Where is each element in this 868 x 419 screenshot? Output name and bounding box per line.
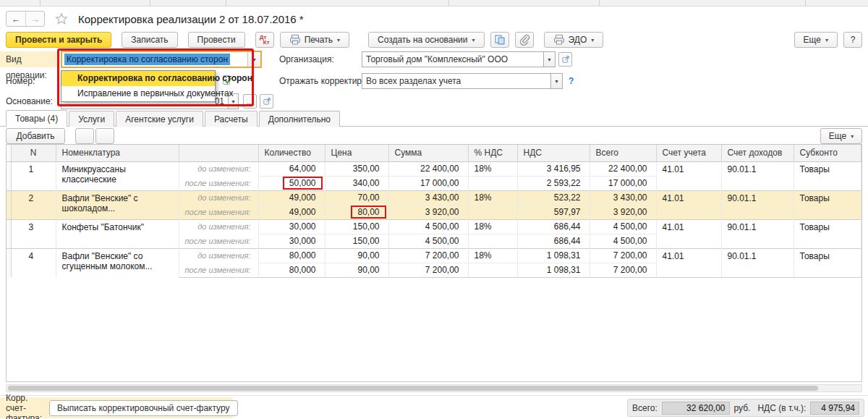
sum-after-cell[interactable]: 7 200,00 (388, 263, 468, 277)
post-and-close-button[interactable]: Провести и закрыть (6, 32, 111, 48)
vat-pct-cell[interactable]: 18% (468, 190, 517, 205)
back-button[interactable]: ← (7, 12, 25, 26)
subconto-cell[interactable]: Товары (793, 248, 861, 263)
scrollbar-thumb[interactable] (8, 386, 818, 391)
header-total[interactable]: Всего (590, 145, 656, 161)
attachments-button[interactable] (515, 32, 534, 48)
save-button[interactable]: Записать (122, 32, 177, 48)
tab-agent-services[interactable]: Агентские услуги (116, 111, 203, 127)
qty-after-cell[interactable]: 80,000 (258, 263, 325, 277)
vat-pct-cell[interactable]: 18% (468, 248, 517, 263)
sum-before-cell[interactable]: 3 430,00 (388, 190, 468, 205)
basis-choose-button[interactable]: ... (243, 94, 257, 109)
subconto-cell[interactable]: Товары (793, 161, 861, 176)
qty-before-cell[interactable]: 64,000 (258, 161, 325, 176)
subconto-cell[interactable]: Товары (793, 190, 861, 205)
sum-after-cell[interactable]: 4 500,00 (388, 234, 468, 248)
more-button-toolbar[interactable]: Еще▾ (794, 32, 838, 48)
move-down-button[interactable] (95, 128, 114, 144)
sum-after-cell[interactable]: 3 920,00 (388, 205, 468, 219)
vat-after-cell[interactable]: 1 098,31 (517, 263, 590, 277)
income-account-cell[interactable]: 90.01.1 (721, 219, 793, 234)
row-number[interactable]: 3 (11, 219, 56, 248)
income-account-cell[interactable]: 90.01.1 (721, 248, 793, 263)
price-after-cell[interactable]: 80,00 (325, 205, 388, 219)
tab-services[interactable]: Услуги (69, 111, 114, 127)
row-number[interactable]: 1 (11, 161, 56, 190)
sum-before-cell[interactable]: 4 500,00 (388, 219, 468, 234)
combo-arrow-icon[interactable]: ▾ (247, 52, 260, 67)
sum-before-cell[interactable]: 22 400,00 (388, 161, 468, 176)
dropdown-option-2[interactable]: Исправление в первичных документах (61, 86, 215, 101)
nomenclature-cell[interactable]: Вафли "Венские" с шоколадом... (56, 190, 179, 219)
vat-before-cell[interactable]: 523,22 (517, 190, 590, 205)
account-cell[interactable]: 41.01 (656, 161, 721, 176)
create-on-basis-button[interactable]: Создать на основании▾ (368, 32, 485, 48)
qty-before-cell[interactable]: 30,000 (258, 219, 325, 234)
total-before-cell[interactable]: 7 200,00 (590, 248, 656, 263)
print-button[interactable]: Печать▾ (280, 32, 349, 48)
horizontal-scrollbar[interactable] (6, 384, 862, 392)
account-cell[interactable]: 41.01 (656, 219, 721, 234)
add-row-button[interactable]: Добавить (6, 128, 65, 144)
price-after-cell[interactable]: 340,00 (325, 176, 388, 190)
header-n[interactable]: N (11, 145, 56, 161)
reflect-combo-arrow[interactable]: ▾ (550, 73, 563, 89)
qty-after-cell[interactable]: 49,000 (258, 205, 325, 219)
nomenclature-cell[interactable]: Миникруассаны классические (56, 161, 179, 190)
header-vat[interactable]: НДС (517, 145, 590, 161)
basis-open-button[interactable] (260, 94, 273, 109)
forward-button[interactable]: → (25, 12, 44, 26)
help-button[interactable]: ? (843, 32, 862, 48)
vat-before-cell[interactable]: 686,44 (517, 219, 590, 234)
qty-after-cell[interactable]: 30,000 (258, 234, 325, 248)
edo-button[interactable]: ЭДО▾ (544, 32, 604, 48)
price-before-cell[interactable]: 90,00 (325, 248, 388, 263)
row-number[interactable]: 2 (11, 190, 56, 219)
tab-goods[interactable]: Товары (4) (6, 110, 67, 127)
vat-after-cell[interactable]: 597,97 (517, 205, 590, 219)
qty-before-cell[interactable]: 80,000 (258, 248, 325, 263)
price-before-cell[interactable]: 350,00 (325, 161, 388, 176)
price-before-cell[interactable]: 70,00 (325, 190, 388, 205)
total-before-cell[interactable]: 4 500,00 (590, 219, 656, 234)
total-after-cell[interactable]: 3 920,00 (590, 205, 656, 219)
organization-open-button[interactable] (558, 52, 572, 67)
operation-type-combo[interactable]: Корректировка по согласованию сторон ▾ (61, 51, 262, 68)
tab-additional[interactable]: Дополнительно (259, 111, 340, 127)
header-nomenclature[interactable]: Номенклатура (56, 145, 179, 161)
issue-invoice-button[interactable]: Выписать корректировочный счет-фактуру (49, 400, 237, 416)
row-number[interactable]: 4 (11, 248, 56, 277)
sum-before-cell[interactable]: 7 200,00 (388, 248, 468, 263)
vat-pct-cell[interactable]: 18% (468, 219, 517, 234)
vat-after-cell[interactable]: 2 593,22 (517, 176, 590, 190)
total-after-cell[interactable]: 4 500,00 (590, 234, 656, 248)
total-after-cell[interactable]: 7 200,00 (590, 263, 656, 277)
header-price[interactable]: Цена (325, 145, 388, 161)
header-income-account[interactable]: Счет доходов (721, 145, 793, 161)
nomenclature-cell[interactable]: Вафли "Венские" со сгущенным молоком... (56, 248, 179, 277)
header-subconto[interactable]: Субконто (793, 145, 861, 161)
total-before-cell[interactable]: 22 400,00 (590, 161, 656, 176)
header-vat-percent[interactable]: % НДС (468, 145, 517, 161)
total-before-cell[interactable]: 3 430,00 (590, 190, 656, 205)
organization-field[interactable]: Торговый дом "Комплексный" ООО (362, 51, 544, 67)
total-after-cell[interactable]: 17 000,00 (590, 176, 656, 190)
account-cell[interactable]: 41.01 (656, 248, 721, 263)
price-after-cell[interactable]: 90,00 (325, 263, 388, 277)
income-account-cell[interactable]: 90.01.1 (721, 190, 793, 205)
reflect-field[interactable]: Во всех разделах учета (362, 73, 551, 89)
vat-before-cell[interactable]: 1 098,31 (517, 248, 590, 263)
vat-after-cell[interactable]: 686,44 (517, 234, 590, 248)
dropdown-option-1[interactable]: Корректировка по согласованию сторон (61, 71, 215, 86)
tab-settlements[interactable]: Расчеты (205, 111, 258, 127)
related-documents-button[interactable] (490, 32, 509, 48)
reflect-help-icon[interactable]: ? (569, 76, 574, 86)
nomenclature-cell[interactable]: Конфеты "Батончик" (56, 219, 179, 248)
favorite-star-icon[interactable] (55, 12, 68, 25)
subconto-cell[interactable]: Товары (793, 219, 861, 234)
vat-pct-cell[interactable]: 18% (468, 161, 517, 176)
header-account[interactable]: Счет учета (656, 145, 721, 161)
post-button[interactable]: Провести (188, 32, 245, 48)
qty-before-cell[interactable]: 49,000 (258, 190, 325, 205)
